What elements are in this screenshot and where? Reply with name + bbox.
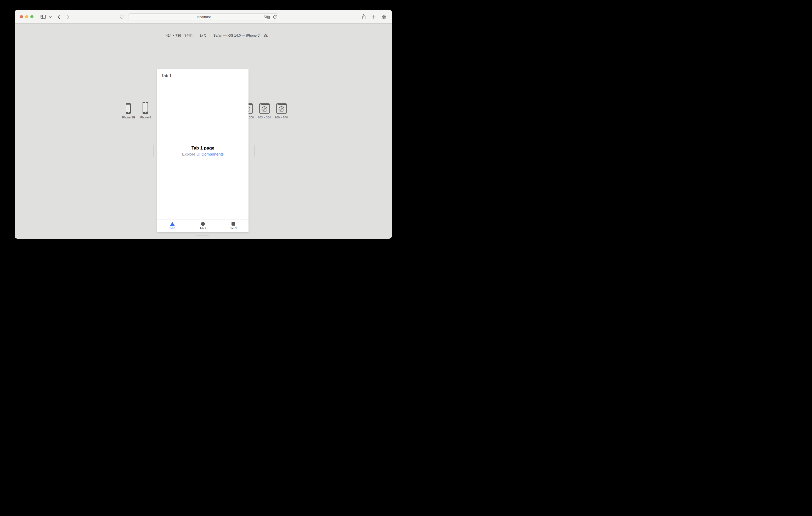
safari-browser-icon — [276, 103, 287, 114]
device-icon-box — [126, 99, 131, 114]
minimize-window-button[interactable] — [25, 15, 28, 18]
app-tab-tab-1[interactable]: Tab 1 — [157, 220, 187, 232]
pixel-ratio-value: 3x — [200, 33, 203, 37]
device-icon-box — [276, 99, 287, 114]
device-icon-box — [259, 99, 270, 114]
user-agent-value: Safari — iOS 14.0 — iPhone — [213, 33, 257, 37]
safari-window: localhost A 文 — [14, 10, 392, 239]
share-icon[interactable] — [361, 14, 366, 20]
forward-icon[interactable] — [67, 14, 69, 19]
toolbar-separator — [48, 13, 48, 20]
square-icon — [232, 222, 235, 225]
user-agent-select[interactable]: Safari — iOS 14.0 — iPhone — [213, 33, 260, 37]
responsive-viewport: Tab 1 Tab 1 page Explore UI Components T… — [157, 69, 249, 232]
app-page-content: Tab 1 page Explore UI Components — [157, 82, 249, 219]
device-preset-683-384[interactable]: 683 × 384 — [256, 99, 273, 119]
page-title: Tab 1 page — [192, 145, 214, 151]
ui-components-link[interactable]: UI Components — [197, 152, 224, 156]
back-icon[interactable] — [57, 14, 60, 19]
safari-browser-icon — [259, 103, 270, 114]
separator — [196, 32, 196, 38]
app-tab-tab-3[interactable]: Tab 3 — [218, 220, 249, 232]
device-preset-iphone-8[interactable]: iPhone 8 — [137, 99, 154, 119]
page-subtitle: Explore UI Components — [182, 152, 224, 157]
sidebar-toggle-icon[interactable] — [40, 14, 46, 19]
tab-label: Tab 3 — [230, 227, 236, 230]
tab-label: Tab 1 — [169, 227, 176, 230]
tab-icon-box — [201, 222, 205, 226]
pixel-ratio-select[interactable]: 3x — [200, 33, 206, 37]
zoom-window-button[interactable] — [30, 15, 33, 18]
app-tabbar: Tab 1 Tab 2 Tab 3 — [157, 219, 249, 232]
svg-text:文: 文 — [268, 16, 270, 19]
app-navbar-title: Tab 1 — [162, 73, 172, 78]
privacy-shield-icon[interactable] — [120, 14, 123, 19]
url-text: localhost — [197, 15, 210, 19]
circle-icon — [201, 222, 205, 226]
window-controls — [20, 15, 33, 18]
warning-icon[interactable] — [263, 33, 268, 37]
phone-device-icon — [143, 102, 148, 114]
device-label: 960 × 540 — [275, 116, 288, 119]
resize-handle-left[interactable] — [153, 145, 154, 157]
separator — [210, 32, 210, 38]
device-preset-iphone-se[interactable]: iPhone SE — [120, 99, 137, 119]
reload-icon[interactable] — [273, 15, 277, 19]
translate-icon[interactable]: A 文 — [264, 15, 270, 19]
stepper-icon — [257, 33, 260, 37]
phone-device-icon — [126, 103, 131, 114]
browser-toolbar: localhost A 文 — [14, 10, 392, 24]
app-navbar: Tab 1 — [157, 69, 249, 82]
triangle-icon — [170, 222, 175, 226]
tab-icon-box — [170, 222, 175, 226]
tab-label: Tab 2 — [200, 227, 206, 230]
device-label: iPhone 8 — [140, 116, 151, 119]
close-window-button[interactable] — [20, 15, 23, 18]
rdm-status-bar: 414 × 736 (84%) 3x Safari — iOS 14.0 — i… — [14, 32, 392, 38]
resize-handle-right[interactable] — [254, 145, 255, 157]
resize-handle-bottom[interactable] — [197, 235, 209, 236]
device-label: 683 × 384 — [258, 116, 271, 119]
viewport-dimensions: 414 × 736 — [166, 33, 181, 37]
tab-icon-box — [232, 222, 235, 226]
device-label: iPhone SE — [122, 116, 135, 119]
zoom-percentage: (84%) — [183, 33, 193, 37]
device-icon-box — [143, 99, 148, 114]
tab-overview-icon[interactable] — [382, 14, 386, 19]
stepper-icon — [204, 33, 206, 37]
address-bar[interactable]: localhost A 文 — [128, 13, 280, 20]
app-tab-tab-2[interactable]: Tab 2 — [187, 220, 218, 232]
svg-text:A: A — [265, 15, 267, 18]
subtitle-prefix: Explore — [182, 152, 197, 156]
device-preset-960-540[interactable]: 960 × 540 — [273, 99, 290, 119]
tab-group-chevron-icon[interactable] — [49, 16, 52, 18]
new-tab-icon[interactable] — [372, 15, 376, 19]
